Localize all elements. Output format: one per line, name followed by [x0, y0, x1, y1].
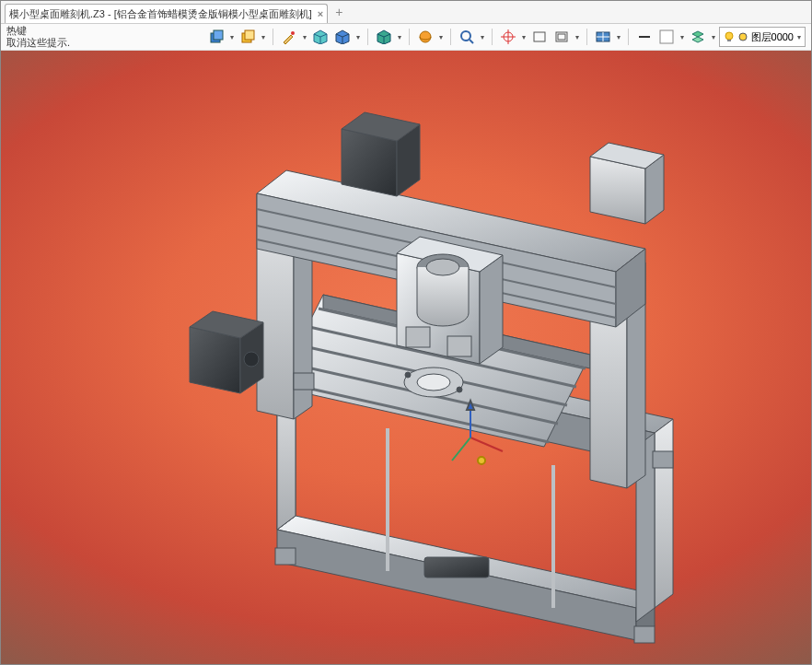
toolbar-cube-blue-icon[interactable] [206, 27, 226, 47]
3d-viewport[interactable] [1, 51, 811, 664]
svg-point-5 [420, 31, 431, 42]
toolbar-box-cyan-icon[interactable] [310, 27, 331, 47]
dropdown-arrow-icon[interactable]: ▾ [679, 27, 686, 47]
separator [450, 29, 451, 45]
document-tab-bar: 模小型桌面雕刻机.Z3 - [铝合金首饰蜡模烫金版铜模小型桌面雕刻机] × + [1, 1, 811, 24]
svg-line-42 [470, 438, 503, 451]
toolbar: 热键 取消这些提示. ▾ ▾ ▾ ▾ ▾ ▾ ▾ ▾ [1, 24, 811, 51]
svg-rect-40 [406, 327, 430, 347]
toolbar-layers-icon[interactable] [688, 27, 708, 47]
svg-point-4 [291, 31, 295, 35]
svg-rect-18 [660, 30, 673, 43]
toolbar-brush-icon[interactable] [279, 27, 299, 47]
svg-point-21 [739, 33, 747, 41]
svg-rect-41 [447, 336, 471, 356]
toolbar-box-blue-icon[interactable] [332, 27, 353, 47]
cnc-model [1, 51, 811, 664]
tab-filename: 模小型桌面雕刻机.Z3 [9, 7, 105, 21]
layer-label: 图层0000 [751, 30, 794, 44]
dropdown-arrow-icon[interactable]: ▾ [710, 27, 717, 47]
tab-partname: [铝合金首饰蜡模烫金版铜模小型桌面雕刻机] [114, 7, 312, 21]
svg-rect-24 [424, 557, 489, 578]
dropdown-arrow-icon[interactable]: ▾ [437, 27, 445, 47]
separator [367, 29, 368, 45]
svg-rect-49 [294, 373, 314, 390]
svg-point-35 [426, 259, 459, 275]
svg-point-46 [478, 457, 485, 464]
separator [586, 29, 587, 45]
svg-rect-20 [727, 40, 731, 41]
svg-rect-50 [653, 451, 673, 468]
dropdown-arrow-icon[interactable]: ▾ [574, 27, 581, 47]
svg-rect-48 [634, 626, 655, 643]
svg-rect-47 [275, 548, 296, 565]
toolbar-icons: ▾ ▾ ▾ ▾ ▾ ▾ ▾ ▾ ▾ ▾ [206, 27, 806, 47]
toolbar-rect2-icon[interactable] [551, 27, 572, 47]
dropdown-arrow-icon[interactable]: ▾ [228, 27, 236, 47]
dropdown-arrow-icon[interactable]: ▾ [396, 27, 403, 47]
toolbar-swatch-icon[interactable] [656, 27, 677, 47]
dropdown-arrow-icon[interactable]: ▾ [260, 27, 267, 47]
svg-rect-11 [534, 32, 545, 41]
svg-rect-13 [558, 34, 565, 40]
lightbulb-icon [724, 31, 735, 42]
hint-text: 热键 取消这些提示. [6, 25, 70, 49]
hint-line-1: 热键 [6, 25, 70, 37]
dropdown-arrow-icon[interactable]: ▾ [615, 27, 622, 47]
toolbar-target-icon[interactable] [498, 27, 518, 47]
dropdown-arrow-icon[interactable]: ▾ [479, 27, 486, 47]
toolbar-lens-icon[interactable] [457, 27, 477, 47]
toolbar-grid-icon[interactable] [593, 27, 613, 47]
dropdown-arrow-icon[interactable]: ▾ [301, 27, 308, 47]
app-window: 模小型桌面雕刻机.Z3 - [铝合金首饰蜡模烫金版铜模小型桌面雕刻机] × + … [0, 0, 812, 665]
svg-rect-17 [639, 36, 650, 38]
svg-line-43 [452, 438, 470, 461]
svg-line-7 [470, 40, 473, 43]
tab-close-button[interactable]: × [318, 8, 323, 19]
svg-rect-3 [245, 30, 254, 40]
separator [628, 29, 629, 45]
layer-color-icon [738, 32, 748, 41]
svg-point-6 [461, 31, 470, 41]
new-tab-button[interactable]: + [335, 5, 342, 19]
separator [492, 29, 493, 45]
dropdown-arrow-icon: ▾ [797, 33, 801, 41]
toolbar-minus-icon[interactable] [634, 27, 655, 47]
svg-point-38 [405, 372, 411, 378]
toolbar-box-teal-icon[interactable] [374, 27, 394, 47]
tab-sep: - [105, 8, 114, 19]
separator [273, 29, 273, 45]
separator [409, 29, 410, 45]
toolbar-cube-yellow-icon[interactable] [238, 27, 258, 47]
svg-point-33 [244, 352, 259, 367]
dropdown-arrow-icon[interactable]: ▾ [520, 27, 528, 47]
document-tab[interactable]: 模小型桌面雕刻机.Z3 - [铝合金首饰蜡模烫金版铜模小型桌面雕刻机] × [5, 4, 328, 23]
hint-line-2: 取消这些提示. [6, 37, 70, 49]
svg-point-19 [725, 32, 733, 40]
svg-point-37 [417, 374, 450, 391]
svg-rect-1 [214, 30, 223, 40]
toolbar-sphere-icon[interactable] [415, 27, 435, 47]
dropdown-arrow-icon[interactable]: ▾ [354, 27, 362, 47]
layer-selector[interactable]: 图层0000 ▾ [719, 27, 806, 47]
toolbar-rect-icon[interactable] [529, 27, 550, 47]
svg-point-39 [457, 387, 462, 392]
